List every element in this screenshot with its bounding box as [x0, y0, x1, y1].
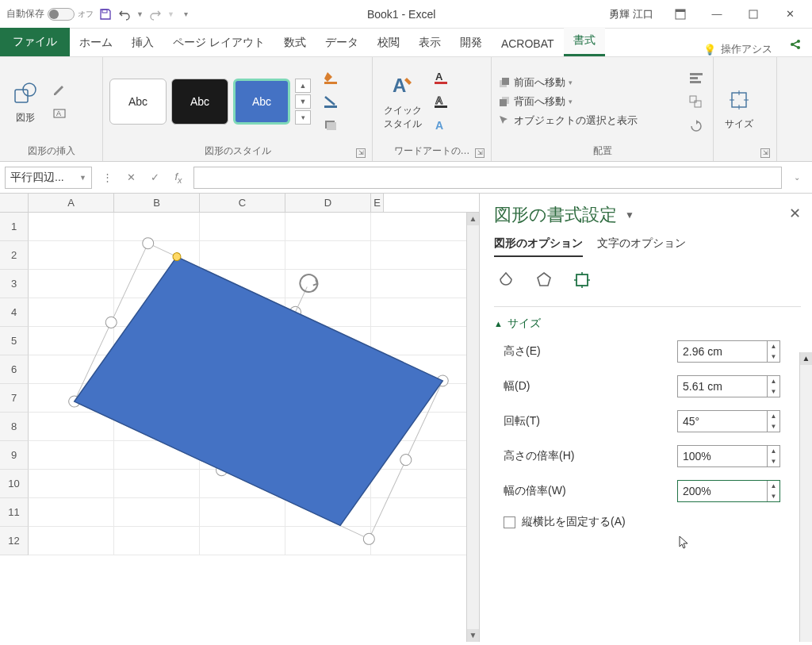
cell-grid[interactable] — [29, 213, 466, 642]
fill-line-icon[interactable] — [494, 268, 518, 292]
col-header[interactable]: B — [114, 194, 200, 212]
rotation-input[interactable]: 45°▲▼ — [677, 410, 780, 432]
gallery-scroll[interactable]: ▲ ▼ ▾ — [295, 79, 311, 125]
undo-dropdown-icon[interactable]: ▼ — [136, 10, 144, 18]
sheet-vscrollbar[interactable]: ▲▼ — [466, 213, 479, 642]
autosave-toggle[interactable]: 自動保存 オフ — [6, 7, 94, 21]
enter-icon[interactable]: ✓ — [144, 167, 165, 188]
qat-customize-icon[interactable]: ▾ — [179, 7, 193, 21]
save-icon[interactable] — [98, 7, 113, 21]
shape-outline-icon[interactable] — [320, 91, 341, 112]
gallery-up-icon[interactable]: ▲ — [295, 79, 311, 93]
row-header[interactable]: 11 — [0, 498, 29, 527]
text-box-icon[interactable]: A — [49, 103, 70, 124]
height-input[interactable]: 2.96 cm▲▼ — [677, 340, 780, 363]
spin-down-icon[interactable]: ▼ — [767, 386, 779, 397]
row-header[interactable]: 9 — [0, 441, 29, 470]
gallery-more-icon[interactable]: ▾ — [295, 110, 311, 125]
text-effects-icon[interactable]: A — [431, 115, 452, 136]
scale-width-input[interactable]: 200%▲▼ — [677, 480, 780, 502]
spin-down-icon[interactable]: ▼ — [767, 421, 779, 432]
shape-style-gallery[interactable]: Abc Abc Abc ▲ ▼ ▾ — [109, 79, 311, 125]
select-all-corner[interactable] — [0, 194, 29, 212]
undo-icon[interactable] — [117, 7, 132, 21]
row-header[interactable]: 3 — [0, 270, 29, 298]
text-fill-icon[interactable]: A — [431, 67, 452, 88]
row-header[interactable]: 12 — [0, 527, 29, 555]
ribbon-display-icon[interactable] — [665, 2, 696, 26]
minimize-button[interactable]: — — [701, 2, 733, 26]
size-properties-icon[interactable] — [570, 268, 594, 292]
tab-review[interactable]: 校閲 — [368, 29, 409, 56]
fx-icon[interactable]: fx — [168, 167, 189, 188]
formula-input[interactable] — [193, 167, 782, 189]
col-header[interactable]: E — [371, 194, 384, 212]
spin-up-icon[interactable]: ▲ — [767, 376, 779, 386]
formula-expand-icon[interactable]: ⌄ — [787, 167, 807, 188]
tab-shape-options[interactable]: 図形のオプション — [494, 236, 583, 257]
spin-up-icon[interactable]: ▲ — [767, 446, 779, 456]
tab-view[interactable]: 表示 — [409, 29, 450, 56]
col-header[interactable]: D — [285, 194, 371, 212]
tab-home[interactable]: ホーム — [70, 29, 122, 56]
shapes-button[interactable]: 図形 — [6, 76, 44, 128]
namebox-dropdown-icon[interactable]: ▼ — [79, 174, 86, 182]
rotate-icon[interactable] — [686, 115, 707, 136]
pane-title-dropdown-icon[interactable]: ▼ — [625, 209, 634, 221]
row-header[interactable]: 2 — [0, 241, 29, 270]
gallery-down-icon[interactable]: ▼ — [295, 94, 311, 109]
text-outline-icon[interactable]: A — [431, 91, 452, 112]
dialog-launcher-icon[interactable]: ⇲ — [475, 148, 485, 158]
spin-up-icon[interactable]: ▲ — [767, 481, 779, 491]
dialog-launcher-icon[interactable]: ⇲ — [760, 148, 770, 158]
edit-shape-icon[interactable] — [49, 79, 70, 100]
redo-dropdown-icon[interactable]: ▼ — [167, 10, 174, 18]
row-header[interactable]: 8 — [0, 413, 29, 441]
tab-acrobat[interactable]: ACROBAT — [492, 31, 564, 56]
spin-down-icon[interactable]: ▼ — [767, 491, 779, 501]
bring-forward-button[interactable]: 前面へ移動▾ — [498, 75, 638, 90]
close-button[interactable]: ✕ — [774, 2, 806, 26]
style-preset-1[interactable]: Abc — [109, 79, 167, 125]
width-input[interactable]: 5.61 cm▲▼ — [677, 375, 780, 397]
row-header[interactable]: 1 — [0, 213, 29, 241]
group-objects-icon[interactable] — [686, 91, 707, 112]
size-button[interactable]: サイズ — [720, 83, 758, 134]
style-preset-2[interactable]: Abc — [171, 79, 228, 125]
spin-up-icon[interactable]: ▲ — [767, 341, 779, 351]
effects-icon[interactable] — [532, 268, 556, 292]
spin-down-icon[interactable]: ▼ — [767, 351, 779, 362]
row-header[interactable]: 10 — [0, 470, 29, 498]
row-header[interactable]: 7 — [0, 384, 29, 413]
style-preset-3[interactable]: Abc — [233, 79, 290, 125]
shape-fill-icon[interactable] — [320, 67, 341, 88]
fb-menu-icon[interactable]: ⋮ — [97, 167, 117, 188]
quick-style-button[interactable]: A クイック スタイル — [379, 69, 427, 134]
tab-text-options[interactable]: 文字のオプション — [597, 236, 686, 257]
shape-effects-icon[interactable] — [320, 115, 341, 136]
tab-insert[interactable]: 挿入 — [122, 29, 163, 56]
scale-height-input[interactable]: 100%▲▼ — [677, 445, 780, 467]
user-name[interactable]: 勇輝 江口 — [609, 7, 653, 21]
dialog-launcher-icon[interactable]: ⇲ — [356, 148, 366, 158]
tab-file[interactable]: ファイル — [0, 28, 70, 56]
tell-me[interactable]: 💡 操作アシス — [695, 42, 780, 56]
pane-close-icon[interactable]: ✕ — [789, 205, 801, 222]
tab-developer[interactable]: 開発 — [450, 29, 492, 56]
section-size-header[interactable]: ▲ サイズ — [494, 317, 801, 331]
row-header[interactable]: 4 — [0, 298, 29, 327]
spin-up-icon[interactable]: ▲ — [767, 411, 779, 421]
tab-formulas[interactable]: 数式 — [274, 29, 316, 56]
col-header[interactable]: A — [29, 194, 114, 212]
pane-vscrollbar[interactable]: ▲ — [799, 352, 812, 642]
lock-aspect-checkbox[interactable]: 縦横比を固定する(A) — [504, 515, 780, 529]
maximize-button[interactable] — [737, 2, 769, 26]
align-icon[interactable] — [686, 67, 707, 88]
share-icon[interactable] — [780, 33, 812, 56]
col-header[interactable]: C — [200, 194, 285, 212]
row-header[interactable]: 5 — [0, 327, 29, 355]
cancel-icon[interactable]: ✕ — [121, 167, 141, 188]
tab-format[interactable]: 書式 — [564, 27, 605, 56]
tab-data[interactable]: データ — [316, 29, 368, 56]
tab-page-layout[interactable]: ページ レイアウト — [163, 29, 274, 56]
